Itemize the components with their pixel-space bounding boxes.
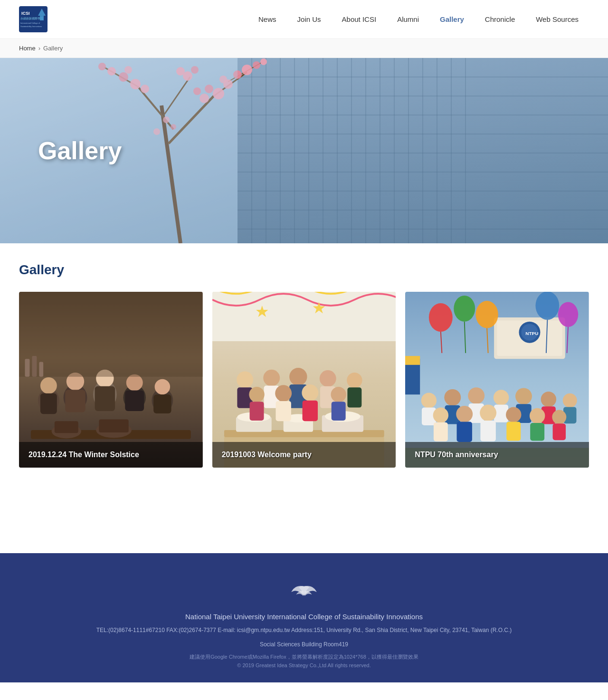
svg-point-101 [263, 370, 280, 386]
svg-point-43 [253, 61, 260, 69]
svg-text:NTPU: NTPU [526, 331, 539, 336]
logo-area[interactable]: ICSI 永續創新國際學院 International College of S… [19, 6, 48, 32]
nav-news[interactable]: News [248, 0, 287, 39]
site-logo-icon: ICSI 永續創新國際學院 International College of S… [19, 6, 48, 32]
nav-about-icsi[interactable]: About ICSI [332, 0, 387, 39]
gallery-card-1[interactable]: 2019.12.24 The Winter Solstice [19, 292, 203, 468]
footer-room: Social Sciences Building Room419 [19, 640, 589, 650]
nav-join-us[interactable]: Join Us [287, 0, 332, 39]
svg-rect-112 [276, 401, 291, 421]
svg-point-137 [445, 389, 461, 406]
svg-point-123 [429, 303, 453, 332]
svg-point-155 [506, 407, 521, 422]
svg-point-77 [155, 379, 170, 394]
nav-alumni[interactable]: Alumni [387, 0, 429, 39]
svg-rect-84 [25, 359, 29, 376]
gallery-section: Gallery [0, 243, 608, 496]
site-footer: National Taipei University International… [0, 553, 608, 682]
breadcrumb-current: Gallery [43, 45, 63, 52]
svg-point-113 [302, 384, 318, 401]
svg-rect-86 [39, 362, 43, 377]
nav-chronicle[interactable]: Chronicle [475, 0, 525, 39]
svg-point-147 [563, 393, 577, 408]
gallery-grid: 2019.12.24 The Winter Solstice [19, 292, 589, 468]
footer-contact: TEL:(02)8674-1111#67210 FAX:(02)2674-737… [19, 625, 589, 636]
nav-gallery[interactable]: Gallery [429, 0, 475, 39]
svg-point-135 [421, 393, 437, 408]
svg-rect-154 [481, 421, 496, 441]
svg-rect-108 [347, 387, 361, 407]
gallery-card-1-label: 2019.12.24 The Winter Solstice [19, 442, 203, 468]
breadcrumb-separator: › [38, 45, 40, 52]
footer-copyright: © 2019 Greatest Idea Strategy Co.,Ltd Al… [19, 662, 589, 668]
gallery-section-title: Gallery [19, 262, 589, 278]
svg-rect-69 [65, 390, 85, 412]
svg-text:永續創新國際學院: 永續創新國際學院 [20, 17, 43, 20]
svg-rect-83 [19, 292, 203, 377]
svg-rect-114 [302, 401, 317, 422]
svg-rect-158 [531, 423, 545, 441]
svg-rect-156 [507, 422, 521, 441]
footer-logo-icon [290, 577, 318, 603]
svg-point-42 [242, 65, 252, 75]
svg-point-141 [494, 390, 509, 405]
hero-banner: Gallery [0, 58, 608, 243]
svg-point-143 [515, 388, 532, 404]
svg-point-99 [237, 372, 253, 388]
svg-rect-116 [331, 402, 345, 421]
svg-rect-134 [405, 356, 420, 365]
svg-point-65 [40, 377, 57, 394]
svg-point-74 [126, 374, 143, 391]
svg-rect-78 [153, 394, 171, 413]
main-nav: News Join Us About ICSI Alumni Gallery C… [248, 0, 589, 39]
svg-text:International College of: International College of [20, 22, 40, 24]
svg-point-105 [319, 370, 336, 387]
svg-point-115 [331, 387, 346, 402]
svg-point-129 [536, 292, 560, 320]
svg-point-131 [558, 302, 578, 327]
svg-text:ICSI: ICSI [21, 11, 30, 16]
svg-rect-72 [95, 386, 115, 411]
gallery-card-3[interactable]: NTPU [405, 292, 589, 468]
svg-point-127 [476, 301, 498, 328]
site-header: ICSI 永續創新國際學院 International College of S… [0, 0, 608, 39]
svg-rect-66 [40, 393, 57, 414]
spacer [0, 496, 608, 553]
svg-point-44 [260, 58, 267, 65]
svg-point-145 [541, 392, 556, 407]
gallery-image-1 [19, 292, 203, 468]
svg-point-149 [433, 408, 448, 423]
gallery-card-2-label: 20191003 Welcome party [212, 442, 396, 468]
svg-point-109 [249, 387, 264, 402]
svg-point-151 [456, 406, 473, 422]
svg-rect-152 [457, 422, 472, 442]
svg-text:Sustainability Innovations: Sustainability Innovations [20, 25, 42, 28]
svg-rect-80 [55, 421, 78, 433]
footer-logo [19, 577, 589, 603]
footer-browser-note: 建議使用Google Chrome或Mozilla Firefox，並將螢幕解析… [19, 653, 589, 661]
svg-rect-110 [249, 402, 264, 421]
gallery-card-3-label: NTPU 70th anniversary [405, 442, 589, 468]
svg-point-107 [347, 373, 362, 388]
hero-title: Gallery [0, 136, 122, 165]
svg-point-153 [480, 404, 497, 421]
svg-rect-150 [434, 422, 448, 441]
gallery-image-2 [212, 292, 396, 468]
svg-point-103 [289, 368, 307, 385]
svg-rect-75 [125, 390, 144, 411]
nav-web-sources[interactable]: Web Sources [525, 0, 589, 39]
svg-point-159 [552, 410, 567, 424]
svg-point-111 [275, 385, 292, 402]
svg-point-139 [468, 387, 485, 404]
svg-rect-160 [553, 423, 566, 440]
breadcrumb-home[interactable]: Home [19, 45, 36, 52]
svg-rect-82 [99, 420, 128, 432]
gallery-card-2[interactable]: 20191003 Welcome party [212, 292, 396, 468]
svg-rect-85 [32, 356, 37, 377]
svg-point-125 [454, 296, 475, 322]
breadcrumb: Home › Gallery [0, 39, 608, 58]
svg-point-157 [530, 408, 545, 423]
footer-university-name: National Taipei University International… [19, 613, 589, 621]
gallery-image-3: NTPU [405, 292, 589, 468]
